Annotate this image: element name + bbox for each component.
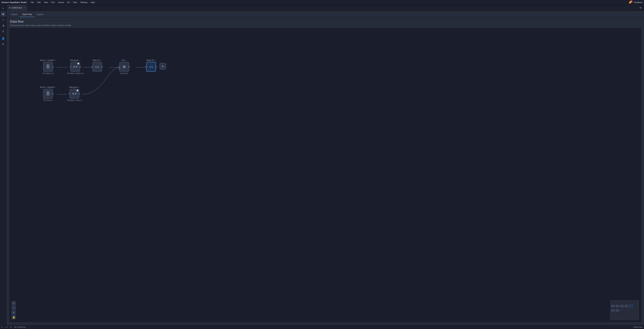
status-bar: 0 ⎇ 1 ⚙ Git: refreshing... untitled.flow <box>0 325 644 329</box>
connector-datatypes2-left <box>69 93 70 95</box>
node-datatypes2[interactable]: Data types ✓ #.# 📊 Transform: demo-2 <box>67 86 82 101</box>
mini-map-svg <box>610 301 639 320</box>
page-title: Data flow <box>10 20 640 23</box>
menu-help[interactable]: Help <box>89 1 96 4</box>
tab-export[interactable]: Export <box>34 12 46 17</box>
node-datatypes2-caption: Transform: demo-2 <box>67 99 82 101</box>
activity-bar-experiments[interactable]: ⬡ <box>1 17 6 22</box>
page-header: Data flow Choose the plus sign to add a … <box>6 17 644 28</box>
page-content: Data flow Choose the plus sign to add a … <box>6 17 644 325</box>
node-join[interactable]: Join ✓ ⊕ demo-join <box>119 59 129 74</box>
tab-file-icon: ◈ <box>9 7 10 9</box>
node-steps3-box[interactable]: </> <box>146 62 156 72</box>
menu-edit[interactable]: Edit <box>36 1 42 4</box>
node-steps2-box[interactable]: </> <box>92 62 102 72</box>
bar-chart-icon2: 📊 <box>76 90 78 91</box>
status-zero: 0 <box>2 326 2 328</box>
tab-label: untitled.flow <box>12 7 22 9</box>
svg-rect-10 <box>611 310 614 312</box>
zoom-controls: + − ⤢ 🔒 <box>12 301 16 319</box>
activity-bar-users[interactable]: 👤 <box>1 36 6 41</box>
menu-kernel[interactable]: Kernel <box>57 1 66 4</box>
node-steps2-label: Steps (2) ✓ <box>92 59 102 61</box>
menu-settings[interactable]: Settings <box>79 1 89 4</box>
connector-join-left <box>118 66 120 68</box>
zoom-fit-button[interactable]: ⤢ <box>12 310 16 315</box>
tab-data-flow[interactable]: Data Flow <box>20 12 34 17</box>
menu-run[interactable]: Run <box>50 1 56 4</box>
activity-bar-flow[interactable]: ◈ <box>1 11 6 16</box>
notification-badge: 3 <box>630 0 632 3</box>
tab-import[interactable]: Import <box>8 12 20 17</box>
connector-steps2-right <box>101 66 103 68</box>
activity-bar-notebook[interactable]: ☰ <box>1 29 6 34</box>
node-datatypes1-caption: Transform: titanic.csv <box>67 72 84 74</box>
activity-bar-files[interactable]: ≡ <box>1 6 6 11</box>
tab-untitled-flow[interactable]: ◈ untitled.flow × <box>7 5 28 11</box>
flow-connections <box>9 28 641 322</box>
menu-tabs[interactable]: Tabs <box>72 1 78 4</box>
zoom-in-button[interactable]: + <box>12 301 16 305</box>
node-steps3-label: Steps (3) ✓ <box>146 59 156 61</box>
main-layout: ≡ ◈ ⬡ ◑ ☰ 👤 ⚙ ◈ untitled.flow × ⚙ Import… <box>0 5 644 325</box>
page-subtitle: Choose the plus sign to add a step to th… <box>10 24 640 26</box>
connector-source1-right <box>52 66 54 68</box>
status-git: Git: refreshing... <box>14 326 27 328</box>
activity-bar-graph[interactable]: ◑ <box>1 23 6 28</box>
node-source2-box[interactable]: 🗄 <box>43 89 53 99</box>
connector-steps3-left <box>145 66 147 68</box>
node-datatypes1-label: Data types ✓ <box>70 59 81 61</box>
svg-rect-5 <box>611 305 614 307</box>
connector-datatypes1-left <box>70 66 71 68</box>
connector-steps2-left <box>92 66 93 68</box>
app-name: Amazon SageMaker Studio <box>2 1 27 3</box>
svg-rect-8 <box>625 305 628 307</box>
node-datatypes2-box[interactable]: #.# 📊 <box>70 89 79 99</box>
sub-tab-bar: Import Data Flow Export <box>6 11 644 17</box>
menu-file[interactable]: File <box>29 1 36 4</box>
node-source1-box[interactable]: 🗄 <box>43 62 53 72</box>
content-area: ◈ untitled.flow × ⚙ Import Data Flow Exp… <box>6 5 644 325</box>
zoom-lock-button[interactable]: 🔒 <box>12 315 16 319</box>
connector-join-left2 <box>118 68 120 69</box>
status-settings[interactable]: ⚙ <box>10 326 12 328</box>
tab-bar: ◈ untitled.flow × ⚙ <box>6 5 644 11</box>
zoom-out-button[interactable]: − <box>12 306 16 310</box>
node-steps2[interactable]: Steps (2) ✓ </> <box>92 59 102 72</box>
notifications-bell[interactable]: 🔔 3 <box>629 1 632 3</box>
connector-source2-right <box>52 93 54 95</box>
node-source1-label: Source - sampled ✓ <box>40 59 56 61</box>
node-datatypes2-label: Data types ✓ <box>69 86 80 88</box>
flow-canvas[interactable]: Source - sampled ✓ 🗄 S3: titanic.csv Dat… <box>9 28 641 322</box>
node-join-caption: demo-join <box>120 72 128 74</box>
node-source1-caption: S3: titanic.csv <box>42 72 54 74</box>
svg-rect-9 <box>629 305 632 307</box>
node-join-box[interactable]: ⊕ <box>119 62 129 72</box>
connector-join-right <box>128 66 130 68</box>
menu-view[interactable]: View <box>42 1 50 4</box>
feedback-button[interactable]: Feedback <box>634 1 642 3</box>
node-source2-label: Source - sampled ✓ <box>40 86 56 88</box>
connector-datatypes1-right <box>79 66 81 68</box>
connector-datatypes2-right <box>78 93 80 95</box>
node-join-label: Join ✓ <box>122 59 127 61</box>
tab-close-button[interactable]: × <box>23 6 26 9</box>
node-steps3[interactable]: Steps (3) ✓ </> <box>146 59 156 72</box>
svg-rect-7 <box>620 305 624 307</box>
activity-bar-deploy[interactable]: ⚙ <box>1 42 6 47</box>
node-source1[interactable]: Source - sampled ✓ 🗄 S3: titanic.csv <box>40 59 56 74</box>
bar-chart-icon: 📊 <box>78 63 79 64</box>
settings-gear-icon[interactable]: ⚙ <box>638 6 643 9</box>
add-step-button[interactable]: + <box>160 63 166 69</box>
status-filename: untitled.flow <box>633 326 642 328</box>
mini-map[interactable] <box>610 300 639 320</box>
menu-bar: Amazon SageMaker Studio File Edit View R… <box>0 0 644 5</box>
node-source2-caption: S3: demo-2 <box>43 99 53 101</box>
node-datatypes1[interactable]: Data types ✓ #.# 📊 Transform: titanic.cs… <box>67 59 84 74</box>
svg-rect-6 <box>616 305 619 307</box>
svg-rect-11 <box>616 310 619 312</box>
node-datatypes1-box[interactable]: #.# 📊 <box>70 62 80 72</box>
status-branch[interactable]: ⎇ 1 <box>5 326 8 328</box>
menu-git[interactable]: Git <box>66 1 71 4</box>
node-source2[interactable]: Source - sampled ✓ 🗄 S3: demo-2 <box>40 86 56 101</box>
